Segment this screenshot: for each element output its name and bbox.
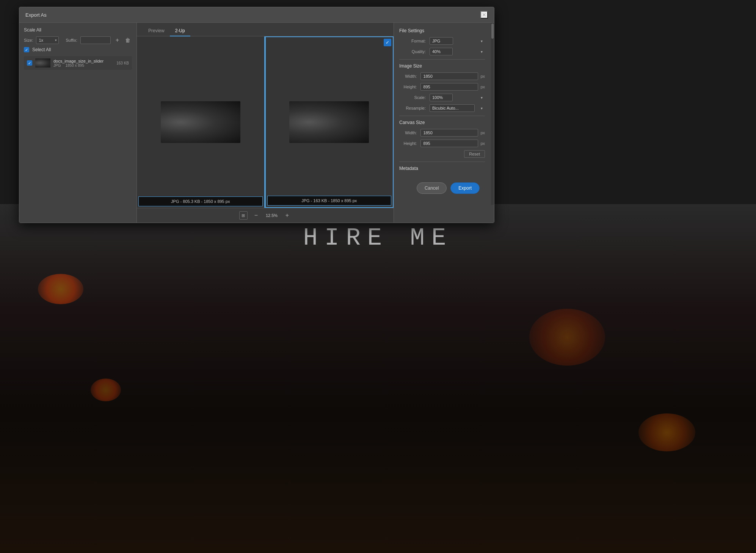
width-unit: px xyxy=(480,74,485,79)
file-thumbnail xyxy=(35,58,50,68)
resample-row: Resample: Bicubic Auto...BilinearBicubic… xyxy=(399,104,485,112)
format-row: Format: JPGPNGGIFSVGWebP xyxy=(399,37,485,45)
size-select[interactable]: 1x2x3x0.5x xyxy=(36,36,59,44)
height-label: Height: xyxy=(399,85,417,89)
canvas-height-label: Height: xyxy=(399,141,417,146)
delete-scale-button[interactable]: 🗑 xyxy=(124,37,132,43)
quality-label: Quality: xyxy=(399,49,426,54)
file-settings-title: File Settings xyxy=(399,28,485,33)
height-unit: px xyxy=(480,85,485,89)
format-label: Format: xyxy=(399,39,426,43)
width-label: Width: xyxy=(399,74,417,79)
preview-area: JPG - 805.3 KB - 1850 x 895 px ✓ JPG - 1… xyxy=(137,36,394,208)
tabs-bar: Preview 2-Up xyxy=(137,23,394,36)
selected-checkmark: ✓ xyxy=(384,39,391,46)
scrollbar-thumb[interactable] xyxy=(491,24,494,39)
reset-row: Reset xyxy=(399,150,485,158)
file-size: 163 KB xyxy=(116,61,129,65)
left-panel: Scale All Size: 1x2x3x0.5x Suffix: + 🗑 xyxy=(19,23,137,223)
file-dimensions: 1850 x 895 xyxy=(65,63,84,68)
suffix-input[interactable] xyxy=(80,36,111,44)
select-all-checkbox[interactable]: ✓ xyxy=(24,47,29,52)
dialog-title: Export As xyxy=(25,12,47,18)
scrollbar-track[interactable] xyxy=(491,23,494,205)
zoom-percent: 12.5% xyxy=(265,213,279,218)
divider-2 xyxy=(399,116,485,116)
fit-icon: ⊞ xyxy=(242,213,245,218)
preview-left: JPG - 805.3 KB - 1850 x 895 px xyxy=(137,36,265,208)
file-checkbox[interactable]: ✓ xyxy=(27,60,32,66)
bg-caption-line2: HIRE ME xyxy=(300,225,455,252)
tab-2up[interactable]: 2-Up xyxy=(170,26,190,36)
cancel-button[interactable]: Cancel xyxy=(417,182,447,194)
quality-row: Quality: 10%20%30%40%50%60%70%80%90%100% xyxy=(399,48,485,55)
preview-left-caption: JPG - 805.3 KB - 1850 x 895 px xyxy=(138,196,263,206)
dialog-body: Scale All Size: 1x2x3x0.5x Suffix: + 🗑 xyxy=(19,23,494,223)
resample-label: Resample: xyxy=(399,106,426,110)
size-label: Size: xyxy=(24,38,33,42)
file-list-item: ✓ docs_image_size_in_slider JPG 1850 x 8… xyxy=(24,56,132,70)
select-all-row: ✓ Select All xyxy=(24,47,132,52)
format-select[interactable]: JPGPNGGIFSVGWebP xyxy=(430,37,453,45)
scale-label: Scale: xyxy=(399,95,426,100)
preview-image-original xyxy=(161,101,240,143)
file-meta: JPG 1850 x 895 xyxy=(53,63,113,68)
scale-row: Scale: 50%75%100%125%150%200% xyxy=(399,94,485,101)
zoom-out-button[interactable]: − xyxy=(252,211,260,220)
height-input[interactable] xyxy=(420,83,478,91)
canvas-height-row: Height: px xyxy=(399,140,485,147)
checkmark-icon: ✓ xyxy=(25,48,28,52)
select-all-label: Select All xyxy=(32,47,51,52)
scale-all-title: Scale All xyxy=(24,27,132,33)
add-scale-button[interactable]: + xyxy=(114,37,121,44)
image-size-title: Image Size xyxy=(399,63,485,69)
width-row: Width: px xyxy=(399,72,485,80)
zoom-in-button[interactable]: + xyxy=(283,211,292,220)
fit-view-button[interactable]: ⊞ xyxy=(239,211,248,220)
scale-select[interactable]: 50%75%100%125%150%200% xyxy=(430,94,453,101)
divider-1 xyxy=(399,59,485,60)
size-suffix-row: Size: 1x2x3x0.5x Suffix: + 🗑 xyxy=(24,36,132,44)
quality-select[interactable]: 10%20%30%40%50%60%70%80%90%100% xyxy=(430,48,453,55)
file-info: docs_image_size_in_slider JPG 1850 x 895 xyxy=(53,59,113,68)
divider-3 xyxy=(399,162,485,162)
action-row: Cancel Export xyxy=(399,182,485,199)
tab-preview[interactable]: Preview xyxy=(143,26,170,36)
close-button[interactable]: ✕ xyxy=(480,11,488,19)
canvas-height-input[interactable] xyxy=(420,140,478,147)
zoom-bar: ⊞ − 12.5% + xyxy=(137,208,394,223)
suffix-label: Suffix: xyxy=(66,38,77,42)
background-image: — CAPTURE EVERY MOMENT FOREVER — HIRE ME xyxy=(0,204,756,553)
export-dialog: Export As ✕ Scale All Size: 1x2x3x0.5x S… xyxy=(19,7,494,223)
minus-icon: − xyxy=(254,212,258,219)
trash-icon: 🗑 xyxy=(125,37,130,43)
file-name: docs_image_size_in_slider xyxy=(53,59,113,63)
reset-button[interactable]: Reset xyxy=(464,150,485,158)
canvas-width-label: Width: xyxy=(399,130,417,135)
height-row: Height: px xyxy=(399,83,485,91)
canvas-width-row: Width: px xyxy=(399,129,485,137)
resample-select[interactable]: Bicubic Auto...BilinearBicubicBicubic Sh… xyxy=(430,104,475,112)
checkmark-icon: ✓ xyxy=(28,61,31,65)
file-format: JPG xyxy=(53,63,61,68)
center-panel: Preview 2-Up JPG - 805.3 KB - 1850 x 895… xyxy=(137,23,394,223)
title-bar: Export As ✕ xyxy=(19,7,494,23)
export-button[interactable]: Export xyxy=(450,182,480,194)
canvas-width-unit: px xyxy=(480,130,485,135)
canvas-height-unit: px xyxy=(480,141,485,146)
check-icon: ✓ xyxy=(386,40,389,45)
canvas-size-title: Canvas Size xyxy=(399,120,485,125)
metadata-title: Metadata xyxy=(399,166,485,171)
plus-icon: + xyxy=(285,212,289,219)
right-panel: File Settings Format: JPGPNGGIFSVGWebP Q… xyxy=(394,23,494,223)
preview-right: ✓ JPG - 163 KB - 1850 x 895 px xyxy=(265,36,394,208)
preview-right-caption: JPG - 163 KB - 1850 x 895 px xyxy=(267,196,392,206)
canvas-width-input[interactable] xyxy=(420,129,478,137)
width-input[interactable] xyxy=(420,72,478,80)
preview-image-optimized xyxy=(289,101,369,143)
